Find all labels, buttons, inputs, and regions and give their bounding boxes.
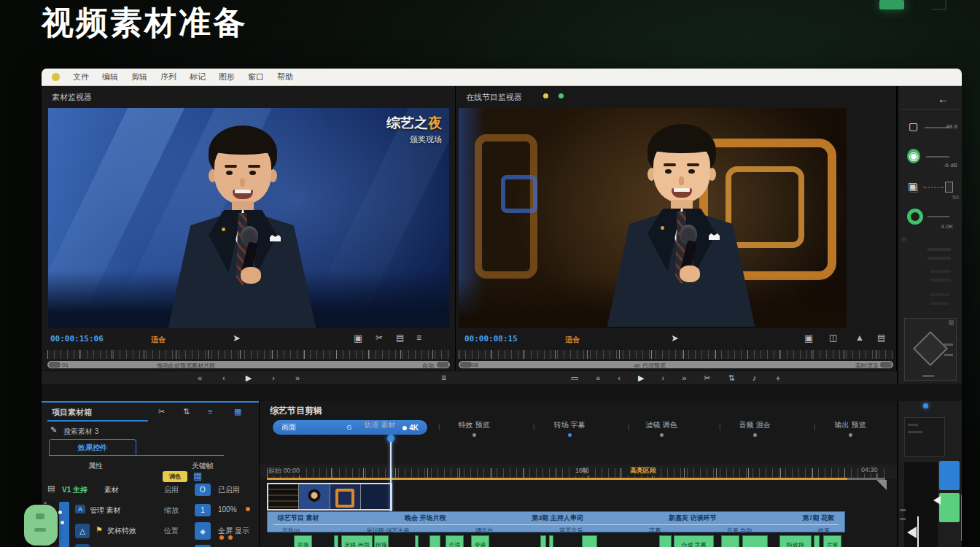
lift-icon[interactable]: ⇅	[728, 374, 734, 382]
keyframe-chip[interactable]: 1	[195, 504, 211, 516]
safe-margin-icon[interactable]: ▲	[855, 333, 864, 342]
scope-corner-icon[interactable]	[949, 320, 954, 325]
vertical-scrollbar[interactable]	[961, 494, 962, 541]
timeline-marker-tab[interactable]: 音频 混合	[715, 420, 795, 430]
blue-av-clip[interactable]: 综艺节目 素材 晚会 开场片段 第3期 主持人串词 新嘉宾 访谈环节 第7期 花…	[267, 511, 845, 532]
razor-icon[interactable]: ✂	[704, 374, 710, 382]
menu-item-marker[interactable]: 标记	[190, 71, 206, 82]
loop-ring-icon[interactable]	[907, 209, 923, 225]
marker-dot[interactable]	[472, 433, 476, 437]
step-back-icon[interactable]: ‹	[222, 374, 225, 382]
razor-icon[interactable]: ✂	[376, 333, 383, 342]
program-ruler[interactable]	[459, 350, 893, 359]
timeline-marker-tab[interactable]: 输出 预览	[810, 420, 890, 430]
list-view-icon[interactable]: ≡	[208, 408, 212, 416]
marker-dot[interactable]	[568, 433, 572, 437]
play-icon[interactable]: ▶	[638, 374, 644, 382]
compare-view-icon[interactable]: ◫	[829, 333, 837, 342]
marker-icon[interactable]: ➤	[233, 333, 241, 343]
keyframe-dot-orange[interactable]	[246, 507, 250, 511]
window-control-dot[interactable]	[52, 73, 60, 81]
jump-end-icon[interactable]: »	[295, 374, 300, 382]
menu-item-graphics[interactable]: 图形	[219, 71, 235, 82]
marker-dot[interactable]	[753, 433, 757, 437]
green-clip[interactable]: 特效段	[779, 535, 812, 547]
search-input[interactable]: 搜索素材 3	[63, 427, 98, 437]
effect-row[interactable]: ▤ V1 主持 素材 启用 O 已启用	[42, 481, 259, 500]
step-forward-icon[interactable]: ›	[661, 374, 664, 382]
program-timecode[interactable]: 00:00:08:15	[464, 334, 518, 344]
timeline-marker-tab[interactable]: 特效 预览	[434, 420, 514, 430]
audio-track-button[interactable]	[939, 493, 960, 522]
program-scrub-bar[interactable]: 08 4K 代理预览 实时渲染	[459, 361, 893, 368]
green-clip[interactable]	[549, 535, 553, 547]
green-clip[interactable]	[540, 535, 546, 547]
effect-row[interactable]: △ ⚑ 奖杯特效 位置 ◈ 全屏 显示	[42, 522, 259, 541]
slider-track[interactable]	[923, 187, 944, 188]
source-fit-select[interactable]: 适合	[151, 335, 166, 345]
green-clip[interactable]	[415, 535, 419, 547]
program-video[interactable]	[459, 108, 847, 328]
back-arrow-icon[interactable]: ←	[938, 93, 949, 104]
video-track-button[interactable]	[939, 461, 960, 490]
green-clip[interactable]: 音浪	[446, 535, 464, 547]
record-icon[interactable]: ◉	[907, 149, 920, 163]
menu-item-window[interactable]: 窗口	[248, 71, 264, 82]
slider-handle[interactable]	[945, 182, 953, 193]
effect-row[interactable]: A 管理 素材 缩放 1 100%	[42, 502, 259, 521]
slider-track[interactable]	[928, 216, 949, 217]
menu-item-edit[interactable]: 编辑	[102, 71, 118, 82]
timeline-title[interactable]: 综艺节目剪辑	[270, 405, 322, 417]
green-clip[interactable]	[814, 535, 820, 547]
timeline-ruler[interactable]: 起始 00:00 16帧 高亮区段 04:30	[260, 465, 898, 478]
green-clip[interactable]: 合成 字幕	[674, 535, 714, 547]
menu-item-clip[interactable]: 剪辑	[131, 71, 147, 82]
step-forward-icon[interactable]: ›	[272, 374, 275, 382]
source-timecode[interactable]: 00:00:15:06	[50, 334, 104, 344]
project-panel-title[interactable]: 项目素材箱	[52, 407, 92, 418]
green-clip[interactable]	[429, 535, 440, 547]
razor-icon[interactable]: ✂	[158, 408, 165, 416]
source-video[interactable]: 综艺之夜 颁奖现场	[48, 108, 449, 328]
panel-menu-icon[interactable]: ▤	[877, 333, 885, 342]
filmstrip-clip[interactable]	[267, 483, 392, 511]
green-clip[interactable]: 组接	[374, 535, 389, 547]
work-area-bar-orange[interactable]	[267, 478, 847, 480]
source-ruler[interactable]	[47, 350, 450, 359]
lut-badge[interactable]: 调色	[163, 471, 187, 482]
keyframe-chip[interactable]: ◈	[195, 522, 211, 540]
search-icon[interactable]: ✎	[50, 426, 57, 434]
step-back-icon[interactable]: ‹	[618, 374, 621, 382]
column-header-right[interactable]: 关键帧	[192, 461, 214, 471]
green-clip[interactable]	[742, 535, 768, 547]
sort-icon[interactable]: ⇅	[183, 408, 190, 416]
jump-start-icon[interactable]: «	[198, 374, 202, 382]
green-clip[interactable]	[721, 535, 739, 547]
green-clip[interactable]	[582, 535, 597, 547]
program-fit-select[interactable]: 适合	[565, 335, 580, 345]
prev-edit-icon[interactable]: «	[596, 374, 600, 382]
green-clip[interactable]: 定格 画面	[341, 535, 373, 547]
keyframe-dot-orange[interactable]	[228, 535, 233, 540]
green-clip[interactable]	[334, 535, 338, 547]
play-icon[interactable]: ▶	[246, 374, 252, 382]
marker-dot[interactable]	[849, 433, 852, 437]
green-clip[interactable]: 开场	[294, 535, 312, 547]
stack-icon[interactable]: ▣	[908, 181, 917, 191]
export-icon[interactable]: ＋	[774, 374, 782, 382]
audio-icon[interactable]: ♪	[752, 374, 757, 382]
playhead-line[interactable]	[390, 442, 392, 512]
timeline-marker-tab[interactable]: 轨道 素材	[340, 420, 420, 430]
keyframe-chip[interactable]: O	[195, 484, 211, 496]
marker-icon[interactable]: ➤	[671, 333, 679, 343]
green-clip[interactable]: 变速	[471, 535, 489, 547]
column-header-left[interactable]: 属性	[88, 461, 103, 471]
grid-view-icon[interactable]: ▦	[234, 408, 241, 416]
menu-item-file[interactable]: 文件	[73, 71, 89, 82]
compare-icon[interactable]: ▤	[396, 333, 404, 342]
menu-item-sequence[interactable]: 序列	[160, 71, 176, 82]
timeline-marker-tab[interactable]: 转场 字幕	[529, 420, 610, 430]
export-frame-icon[interactable]: ▣	[804, 333, 813, 343]
marker-dot[interactable]	[660, 433, 664, 437]
panel-menu-icon[interactable]: ≡	[416, 333, 421, 342]
